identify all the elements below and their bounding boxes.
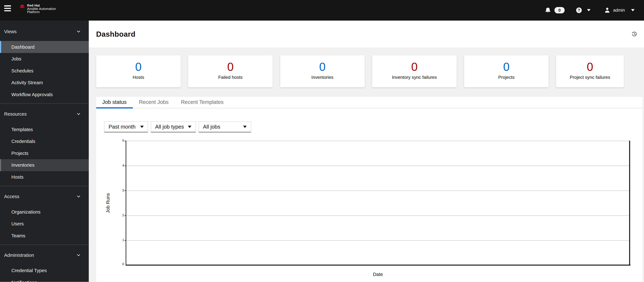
select-caret-icon [188,126,192,128]
brand-logo: Red Hat Ansible Automation Platform [19,4,56,13]
history-icon [632,31,637,37]
brand-line-1: Red Hat [27,4,56,7]
y-tick-label: 2 [119,214,124,217]
sidebar-item-organizations[interactable]: Organizations [0,206,89,218]
chevron-down-icon [77,112,80,115]
sidebar-item-schedules[interactable]: Schedules [0,65,89,77]
gridline [126,190,630,191]
sidebar-nav: Views Dashboard Jobs Schedules Activity … [0,20,89,282]
nav-section-access[interactable]: Access [0,192,89,202]
chart-right-border [629,141,630,265]
tick-mark [124,190,126,191]
chevron-down-icon [77,194,80,198]
card-label: Inventory sync failures [392,75,437,80]
nav-section-administration[interactable]: Administration [0,250,89,260]
tab-recent-jobs[interactable]: Recent Jobs [133,97,175,108]
help-icon[interactable]: ? [576,7,582,13]
gridline [126,215,630,216]
sidebar-item-templates[interactable]: Templates [0,123,89,135]
nav-toggle-hamburger-icon[interactable] [4,5,11,12]
main-content: Dashboard 0 Hosts 0 Failed hosts 0 Inven… [89,20,644,282]
select-caret-icon [140,126,144,128]
x-axis-line [126,265,630,266]
y-tick-label: 4 [119,164,124,167]
sidebar-item-jobs[interactable]: Jobs [0,53,89,65]
card-label: Hosts [133,75,144,80]
nav-section-views[interactable]: Views [0,27,89,36]
job-type-select[interactable]: All job types [151,121,196,132]
hosts-count-link[interactable]: 0 [135,61,142,73]
tab-bar: Job status Recent Jobs Recent Templates [96,97,642,108]
job-runs-chart: 5 4 3 2 1 0 [126,141,630,265]
sidebar-item-users[interactable]: Users [0,218,89,230]
sidebar-item-projects[interactable]: Projects [0,147,89,159]
card-hosts: 0 Hosts [96,55,181,87]
help-menu-caret-icon[interactable] [587,9,590,11]
card-inventory-sync-failures: 0 Inventory sync failures [372,55,457,87]
user-avatar-icon [604,7,610,13]
jobs-select[interactable]: All jobs [198,121,251,132]
page-title: Dashboard [96,30,136,38]
dashboard-graph-panel: Job status Recent Jobs Recent Templates … [96,97,642,282]
card-label: Inventories [311,75,333,80]
page-header: Dashboard [89,20,644,48]
gridline [126,166,630,166]
gridline [126,141,630,141]
card-label: Failed hosts [218,75,242,80]
notification-count-badge[interactable]: 0 [554,7,565,13]
chart-filters: Past month All job types All jobs [104,121,642,132]
summary-cards: 0 Hosts 0 Failed hosts 0 Inventories 0 I… [96,55,624,87]
masthead: Red Hat Ansible Automation Platform 0 ? … [0,0,644,20]
tab-job-status[interactable]: Job status [96,97,133,108]
sidebar-item-teams[interactable]: Teams [0,230,89,242]
tick-mark [124,166,126,166]
select-caret-icon [243,126,247,128]
sidebar-item-credential-types[interactable]: Credential Types [0,265,89,277]
user-menu-caret-icon[interactable] [631,9,634,11]
chevron-down-icon [77,29,80,32]
sidebar-item-credentials[interactable]: Credentials [0,135,89,147]
bell-icon [545,7,551,13]
tick-mark [124,240,126,241]
card-inventories: 0 Inventories [280,55,365,87]
project-sync-failures-count-link[interactable]: 0 [587,61,593,73]
user-menu-label[interactable]: admin [613,8,625,13]
sidebar-item-workflow-approvals[interactable]: Workflow Approvals [0,89,89,101]
y-axis-title: Job Runs [105,191,110,215]
projects-count-link[interactable]: 0 [503,61,510,73]
nav-section-resources[interactable]: Resources [0,109,89,119]
gridline [126,240,630,241]
sidebar-item-inventories[interactable]: Inventories [0,159,89,171]
inventory-sync-failures-count-link[interactable]: 0 [411,61,418,73]
y-tick-label: 1 [119,239,124,242]
y-axis-line [126,141,126,265]
chevron-down-icon [77,253,80,256]
y-tick-label: 3 [119,189,124,192]
divider [0,103,89,104]
sidebar-item-notifications[interactable]: Notifications [0,277,89,282]
y-tick-label: 5 [119,139,124,142]
card-projects: 0 Projects [464,55,549,87]
divider [0,186,89,186]
x-axis-title: Date [126,272,630,277]
failed-hosts-count-link[interactable]: 0 [227,61,234,73]
tick-mark [124,141,126,141]
brand-line-2: Ansible Automation [27,7,56,10]
sidebar-item-hosts[interactable]: Hosts [0,171,89,183]
card-label: Project sync failures [570,75,610,80]
inventories-count-link[interactable]: 0 [319,61,326,73]
period-select[interactable]: Past month [104,121,148,132]
sidebar-item-activity-stream[interactable]: Activity Stream [0,77,89,89]
tab-recent-templates[interactable]: Recent Templates [175,97,230,108]
brand-line-3: Platform [27,10,56,13]
notifications-button[interactable] [545,7,551,13]
tick-mark [124,215,126,216]
card-failed-hosts: 0 Failed hosts [188,55,273,87]
card-label: Projects [498,75,514,80]
sidebar-item-dashboard[interactable]: Dashboard [0,41,89,53]
y-tick-label: 0 [119,263,124,266]
app-window: Red Hat Ansible Automation Platform 0 ? … [0,0,644,282]
card-project-sync-failures: 0 Project sync failures [556,55,624,87]
red-hat-fedora-icon [19,4,25,8]
refresh-history-button[interactable] [632,31,637,37]
